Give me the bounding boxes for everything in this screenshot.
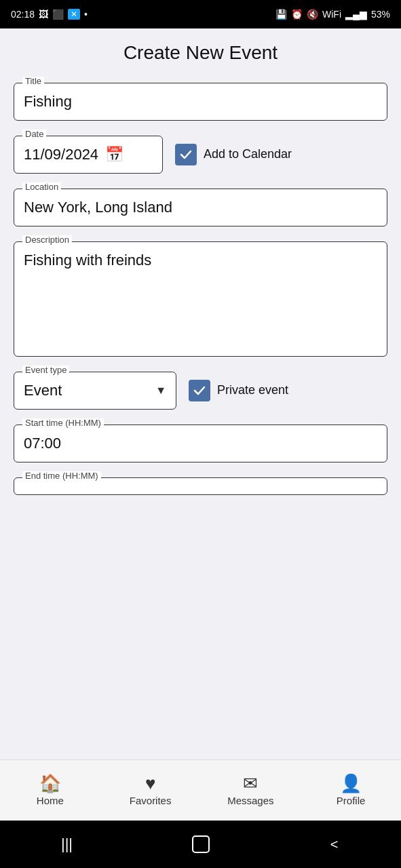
home-icon: 🏠	[39, 774, 61, 792]
photo-icon: 🖼	[39, 9, 48, 20]
time-display: 02:18	[11, 9, 35, 20]
date-field-group: Date 11/09/2024 📅	[14, 136, 163, 174]
dot-icon: •	[84, 9, 88, 20]
start-time-label: Start time (HH:MM)	[22, 418, 104, 427]
wifi-icon: WiFi	[322, 9, 341, 20]
date-label: Date	[22, 130, 46, 138]
end-time-field-group: End time (HH:MM)	[14, 477, 387, 495]
location-input[interactable]	[24, 196, 377, 216]
title-label: Title	[22, 77, 44, 85]
svg-rect-0	[193, 836, 209, 852]
location-label: Location	[22, 182, 61, 191]
description-input[interactable]: Fishing with freinds	[24, 249, 377, 344]
add-to-calendar-checkbox[interactable]	[175, 144, 197, 165]
system-nav: ||| <	[0, 821, 401, 868]
status-left: 02:18 🖼 ⬛ ✕ •	[11, 9, 88, 20]
dropdown-arrow-icon[interactable]: ▼	[155, 384, 166, 397]
nav-favorites[interactable]: ♥ Favorites	[100, 774, 201, 806]
location-field-group: Location	[14, 189, 387, 226]
private-event-checkbox[interactable]	[189, 380, 210, 401]
nav-profile[interactable]: 👤 Profile	[301, 774, 401, 806]
event-type-field-group: Event type Event ▼	[14, 372, 176, 410]
screen-record-icon: ⬛	[52, 9, 64, 20]
mute-icon: 🔇	[307, 9, 318, 20]
nav-home[interactable]: 🏠 Home	[0, 774, 100, 806]
add-to-calendar-container: Add to Calendar	[175, 144, 387, 165]
home-label: Home	[37, 795, 64, 806]
save-icon: 💾	[275, 9, 287, 20]
add-to-calendar-label: Add to Calendar	[204, 147, 292, 162]
start-time-input[interactable]	[24, 432, 377, 452]
end-time-label: End time (HH:MM)	[22, 471, 101, 480]
home-button[interactable]	[184, 831, 218, 858]
event-type-row: Event type Event ▼ Private event	[14, 372, 387, 410]
messages-label: Messages	[227, 795, 273, 806]
bottom-nav: 🏠 Home ♥ Favorites ✉ Messages 👤 Profile	[0, 760, 401, 821]
start-time-field-group: Start time (HH:MM)	[14, 425, 387, 462]
signal-icon: ▂▄▆	[345, 9, 367, 20]
event-type-value: Event	[24, 382, 62, 399]
title-field-group: Title	[14, 83, 387, 121]
profile-label: Profile	[337, 795, 366, 806]
recent-apps-button[interactable]: |||	[50, 831, 84, 858]
description-label: Description	[22, 235, 72, 244]
x-icon: ✕	[68, 9, 80, 20]
home-circle-icon	[191, 835, 210, 854]
status-right: 💾 ⏰ 🔇 WiFi ▂▄▆ 53%	[275, 9, 390, 20]
date-value: 11/09/2024	[24, 146, 98, 163]
private-event-label: Private event	[217, 383, 288, 398]
favorites-icon: ♥	[145, 774, 155, 792]
favorites-label: Favorites	[130, 795, 172, 806]
messages-icon: ✉	[243, 774, 258, 792]
main-content: Create New Event Title Date 11/09/2024 📅…	[0, 28, 401, 760]
back-button[interactable]: <	[318, 831, 351, 858]
description-field-group: Description Fishing with freinds	[14, 241, 387, 357]
calendar-icon[interactable]: 📅	[105, 146, 123, 163]
title-input[interactable]	[24, 90, 377, 111]
date-row: Date 11/09/2024 📅 Add to Calendar	[14, 136, 387, 174]
profile-icon: 👤	[340, 774, 362, 792]
alarm-icon: ⏰	[291, 9, 303, 20]
status-bar: 02:18 🖼 ⬛ ✕ • 💾 ⏰ 🔇 WiFi ▂▄▆ 53%	[0, 0, 401, 28]
private-event-container: Private event	[189, 380, 288, 401]
page-title: Create New Event	[14, 42, 387, 64]
event-type-label: Event type	[22, 366, 69, 374]
nav-messages[interactable]: ✉ Messages	[201, 774, 301, 806]
battery-display: 53%	[371, 9, 390, 20]
